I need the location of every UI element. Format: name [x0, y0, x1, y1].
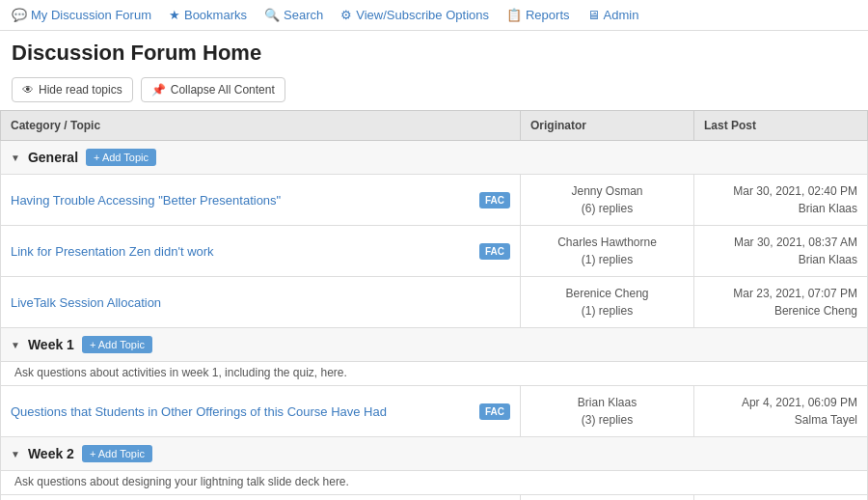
category-name-general: General	[28, 150, 78, 165]
table-row: Layering FAC Megan McElhinny (2) replies…	[1, 495, 868, 501]
description-row-week1: Ask questions about activities in week 1…	[1, 362, 868, 386]
lastpost-date: Mar 23, 2021, 07:07 PM	[704, 285, 857, 302]
action-bar: 👁 Hide read topics 📌 Collapse All Conten…	[0, 71, 868, 110]
reply-count: (1) replies	[530, 251, 684, 268]
bookmarks-label: Bookmarks	[184, 8, 247, 22]
admin-label: Admin	[604, 8, 639, 22]
nav-item-admin[interactable]: 🖥Admin	[587, 8, 639, 22]
nav-item-view-subscribe-options[interactable]: ⚙View/Subscribe Options	[340, 8, 489, 22]
eye-icon: 👁	[22, 83, 34, 97]
nav-item-my-discussion-forum[interactable]: 💬My Discussion Forum	[12, 8, 151, 22]
hide-read-label: Hide read topics	[39, 83, 122, 97]
table-row: Questions that Students in Other Offerin…	[1, 386, 868, 437]
chevron-icon: ▼	[11, 153, 20, 163]
col-lastpost: Last Post	[694, 111, 868, 141]
add-topic-button-week1[interactable]: + Add Topic	[82, 336, 152, 353]
reply-count: (6) replies	[530, 200, 684, 217]
originator-name: Charles Hawthorne	[530, 234, 684, 251]
chevron-icon: ▼	[11, 340, 20, 350]
lastpost-date: Apr 4, 2021, 06:09 PM	[704, 394, 857, 411]
lastpost-user: Brian Klaas	[704, 200, 857, 217]
originator-name: Brian Klaas	[530, 394, 684, 411]
category-name-week2: Week 2	[28, 446, 74, 461]
collapse-icon: 📌	[151, 83, 166, 97]
category-description-week2: Ask questions about designing your light…	[14, 475, 349, 488]
originator-cell: Jenny Osman (6) replies	[521, 175, 694, 226]
nav-item-search[interactable]: 🔍Search	[264, 8, 323, 22]
lastpost-cell: Mar 30, 2021, 08:37 AM Brian Klaas	[694, 226, 868, 277]
fac-badge: FAC	[479, 243, 510, 260]
search-label: Search	[284, 8, 323, 22]
category-description-week1: Ask questions about activities in week 1…	[14, 366, 347, 379]
reports-label: Reports	[526, 8, 570, 22]
originator-cell: Charles Hawthorne (1) replies	[521, 226, 694, 277]
lastpost-cell: Apr 2, 2021, 09:35 PM Brian Klaas	[694, 495, 868, 501]
chevron-icon: ▼	[11, 449, 20, 459]
fac-badge: FAC	[479, 403, 510, 420]
category-name-week1: Week 1	[28, 337, 74, 352]
collapse-all-button[interactable]: 📌 Collapse All Content	[141, 77, 285, 102]
reply-count: (1) replies	[530, 302, 684, 319]
lastpost-user: Berenice Cheng	[704, 302, 857, 319]
category-row-week1: ▼ Week 1 + Add Topic	[1, 328, 868, 362]
category-row-general: ▼ General + Add Topic	[1, 141, 868, 175]
nav-item-bookmarks[interactable]: ★Bookmarks	[169, 8, 247, 22]
table-row: LiveTalk Session Allocation Berenice Che…	[1, 277, 868, 328]
search-icon: 🔍	[264, 8, 280, 22]
collapse-all-label: Collapse All Content	[171, 83, 275, 97]
col-originator: Originator	[521, 111, 694, 141]
forum-table: Category / Topic Originator Last Post ▼ …	[0, 110, 868, 500]
topic-link[interactable]: Questions that Students in Other Offerin…	[11, 404, 387, 419]
view-subscribe-options-icon: ⚙	[340, 8, 352, 22]
topic-link[interactable]: Having Trouble Accessing "Better Present…	[11, 193, 281, 208]
topic-link[interactable]: LiveTalk Session Allocation	[11, 295, 161, 310]
bookmarks-icon: ★	[169, 8, 180, 22]
table-row: Having Trouble Accessing "Better Present…	[1, 175, 868, 226]
add-topic-button-week2[interactable]: + Add Topic	[82, 445, 152, 462]
lastpost-user: Salma Tayel	[704, 411, 857, 429]
originator-cell: Megan McElhinny (2) replies	[521, 495, 694, 501]
originator-cell: Berenice Cheng (1) replies	[521, 277, 694, 328]
reports-icon: 📋	[506, 8, 522, 22]
view-subscribe-options-label: View/Subscribe Options	[356, 8, 489, 22]
table-row: Link for Presentation Zen didn't work FA…	[1, 226, 868, 277]
my-discussion-forum-label: My Discussion Forum	[31, 8, 151, 22]
originator-name: Jenny Osman	[530, 182, 684, 200]
topic-link[interactable]: Link for Presentation Zen didn't work	[11, 244, 214, 259]
reply-count: (3) replies	[530, 411, 684, 429]
my-discussion-forum-icon: 💬	[12, 8, 27, 22]
originator-name: Berenice Cheng	[530, 285, 684, 302]
page-title: Discussion Forum Home	[0, 31, 868, 71]
lastpost-cell: Mar 30, 2021, 02:40 PM Brian Klaas	[694, 175, 868, 226]
category-row-week2: ▼ Week 2 + Add Topic	[1, 437, 868, 471]
col-topic: Category / Topic	[1, 111, 521, 141]
top-nav: 💬My Discussion Forum★Bookmarks🔍Search⚙Vi…	[0, 0, 868, 31]
lastpost-date: Mar 30, 2021, 02:40 PM	[704, 182, 857, 200]
description-row-week2: Ask questions about designing your light…	[1, 471, 868, 495]
add-topic-button-general[interactable]: + Add Topic	[86, 149, 156, 166]
admin-icon: 🖥	[587, 8, 600, 22]
nav-item-reports[interactable]: 📋Reports	[506, 8, 570, 22]
lastpost-cell: Apr 4, 2021, 06:09 PM Salma Tayel	[694, 386, 868, 437]
originator-cell: Brian Klaas (3) replies	[521, 386, 694, 437]
fac-badge: FAC	[479, 192, 510, 208]
lastpost-date: Mar 30, 2021, 08:37 AM	[704, 234, 857, 251]
hide-read-topics-button[interactable]: 👁 Hide read topics	[12, 77, 133, 102]
lastpost-user: Brian Klaas	[704, 251, 857, 268]
lastpost-cell: Mar 23, 2021, 07:07 PM Berenice Cheng	[694, 277, 868, 328]
